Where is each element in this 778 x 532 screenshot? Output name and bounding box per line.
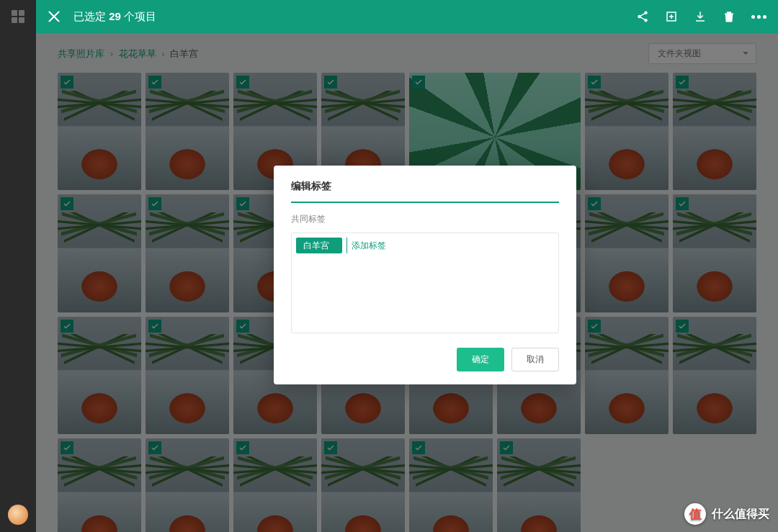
tag-input[interactable] bbox=[346, 238, 464, 253]
edit-tags-dialog: 编辑标签 共同标签 白羊宫 确定 取消 bbox=[274, 166, 576, 384]
more-icon[interactable] bbox=[751, 15, 766, 19]
title-suffix: 个项目 bbox=[121, 10, 156, 22]
tag-editor[interactable]: 白羊宫 bbox=[291, 233, 559, 333]
header-actions bbox=[636, 10, 766, 23]
delete-icon[interactable] bbox=[723, 10, 735, 23]
dialog-title: 编辑标签 bbox=[291, 180, 559, 203]
share-icon[interactable] bbox=[636, 10, 649, 23]
main-area: 已选定 29 个项目 共享照片库 › 花花草草 › 白羊宫 bbox=[36, 0, 778, 532]
user-avatar[interactable] bbox=[8, 505, 28, 525]
dialog-actions: 确定 取消 bbox=[291, 348, 559, 371]
close-icon[interactable] bbox=[48, 10, 61, 23]
watermark: 值 什么值得买 bbox=[684, 503, 769, 525]
app-root: 已选定 29 个项目 共享照片库 › 花花草草 › 白羊宫 bbox=[0, 0, 778, 532]
tag-chip[interactable]: 白羊宫 bbox=[296, 238, 342, 253]
dialog-sublabel: 共同标签 bbox=[291, 213, 559, 225]
cancel-button[interactable]: 取消 bbox=[511, 348, 559, 371]
sidebar bbox=[0, 0, 36, 532]
selection-header: 已选定 29 个项目 bbox=[36, 0, 778, 33]
download-icon[interactable] bbox=[694, 10, 707, 23]
selection-title: 已选定 29 个项目 bbox=[73, 10, 156, 24]
watermark-logo: 值 bbox=[684, 503, 706, 525]
title-count: 29 bbox=[109, 10, 121, 22]
ok-button[interactable]: 确定 bbox=[457, 348, 504, 371]
add-to-album-icon[interactable] bbox=[665, 10, 678, 23]
apps-grid-icon[interactable] bbox=[12, 10, 24, 23]
title-prefix: 已选定 bbox=[73, 10, 109, 22]
watermark-text: 什么值得买 bbox=[712, 507, 769, 522]
